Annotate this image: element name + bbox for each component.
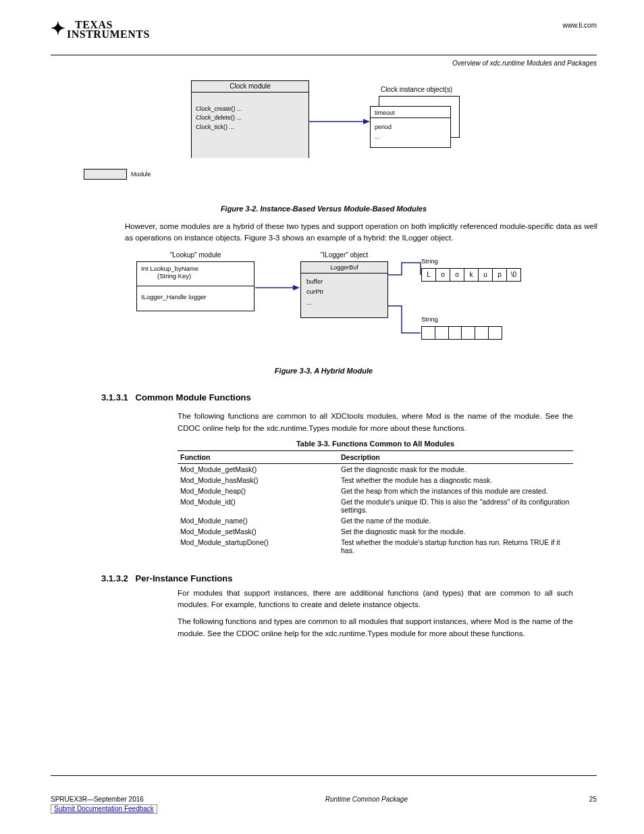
module-legend: Module <box>84 169 151 180</box>
ti-glyph-icon: ✦ <box>51 20 65 35</box>
table-row: Mod_Module_startupDone()Test whether the… <box>178 537 573 556</box>
header-url[interactable]: www.ti.com <box>562 22 597 29</box>
instance-row: ... <box>371 130 450 140</box>
col-function: Function <box>178 450 338 463</box>
legend-swatch <box>84 169 127 180</box>
footer-left: SPRUEX3R—September 2016 <box>51 796 144 803</box>
table-row: Mod_Module_id()Get the module's unique I… <box>178 496 573 515</box>
string-label-top: String <box>421 257 438 265</box>
ilogger-row: buffer <box>306 276 382 286</box>
page-header: ✦ TEXAS INSTRUMENTS www.ti.com <box>51 19 597 40</box>
breadcrumb: Overview of xdc.runtime Modules and Pack… <box>51 59 597 67</box>
table-row: Mod_Module_getMask()Get the diagnostic m… <box>178 463 573 475</box>
clock-instances-label: Clock instance object(s) <box>373 86 460 93</box>
heading-3-1-3-1: 3.1.3.1 Common Module Functions <box>101 392 597 402</box>
heading-3-1-3-2: 3.1.3.2 Per-Instance Functions <box>101 573 597 583</box>
ilogger-title: "ILogger" object <box>300 251 388 259</box>
footer-feedback: Submit Documentation Feedback <box>51 803 157 814</box>
table-3-3-wrap: Table 3-3. Functions Common to All Modul… <box>178 440 573 556</box>
figure-3-3: "Lookup" module Int Lookup_byName (Strin… <box>51 249 597 364</box>
svg-marker-3 <box>293 285 300 290</box>
ilogger-object-box: LoggerBuf buffer curPtr ... <box>300 261 388 318</box>
feedback-link[interactable]: Submit Documentation Feedback <box>54 805 154 812</box>
svg-marker-1 <box>363 119 370 124</box>
legend-label: Module <box>131 171 151 178</box>
arrow-icon <box>309 118 370 125</box>
clock-module-row: Clock_tick() ... <box>196 123 304 132</box>
section2-para2: The following functions and types are co… <box>178 616 573 640</box>
instance-front-box: timeout period ... <box>370 106 451 148</box>
page-footer: SPRUEX3R—September 2016 Runtime Common P… <box>51 796 597 803</box>
arrow-icon <box>255 284 300 291</box>
ilogger-row: curPtr <box>306 286 382 296</box>
section2-para1: For modules that support instances, ther… <box>178 588 573 611</box>
lookup-module-title: "Lookup" module <box>136 251 254 259</box>
figure-3-2: Clock module Clock_create() ... Clock_de… <box>51 80 597 202</box>
ti-logo: ✦ TEXAS INSTRUMENTS <box>51 19 150 40</box>
lookup-module-box: Int Lookup_byName (String Key) ILogger_H… <box>136 261 254 311</box>
table-3-3-caption: Table 3-3. Functions Common to All Modul… <box>178 440 573 448</box>
instance-row: timeout <box>371 107 450 116</box>
section-para: The following functions are common to al… <box>178 411 573 434</box>
lookup-row: ILogger_Handle logger <box>137 286 254 301</box>
header-right: www.ti.com <box>562 19 597 29</box>
clock-module-title: Clock module <box>192 81 308 93</box>
table-row: Mod_Module_name()Get the name of the mod… <box>178 515 573 526</box>
footer-rule <box>51 775 597 776</box>
col-description: Description <box>338 450 573 463</box>
figure-3-2-caption: Figure 3-2. Instance-Based Versus Module… <box>51 205 597 213</box>
section-title: Common Module Functions <box>136 392 251 402</box>
section-number: 3.1.3.1 <box>101 392 128 402</box>
header-rule <box>51 55 597 55</box>
lookup-row: (String Key) <box>141 272 250 280</box>
lookup-row: Int Lookup_byName <box>141 265 250 272</box>
string-label-bottom: String <box>421 315 438 323</box>
table-3-3: Function Description Mod_Module_getMask(… <box>178 450 573 556</box>
string-box-top: L o o k u p \0 <box>421 268 521 282</box>
string-box-bottom <box>421 326 502 340</box>
instance-row: period <box>371 121 450 130</box>
footer-mid: Runtime Common Package <box>325 796 408 803</box>
logo-line2: INSTRUMENTS <box>67 30 150 39</box>
table-row: Mod_Module_heap()Get the heap from which… <box>178 486 573 496</box>
section2-title: Per-Instance Functions <box>136 573 233 583</box>
table-row: Mod_Module_setMask()Set the diagnostic m… <box>178 526 573 537</box>
paragraph-1: However, some modules are a hybrid of th… <box>125 221 597 244</box>
section2-number: 3.1.3.2 <box>101 573 128 583</box>
footer-page-number: 25 <box>589 796 597 803</box>
ilogger-name: LoggerBuf <box>301 262 387 273</box>
figure-3-3-caption: Figure 3-3. A Hybrid Module <box>51 367 597 375</box>
clock-module-row: Clock_create() ... <box>196 105 304 114</box>
clock-module-row: Clock_delete() ... <box>196 113 304 123</box>
clock-module-box: Clock module Clock_create() ... Clock_de… <box>191 80 309 158</box>
ilogger-row: ... <box>306 297 382 307</box>
table-row: Mod_Module_hasMask()Test whether the mod… <box>178 475 573 486</box>
